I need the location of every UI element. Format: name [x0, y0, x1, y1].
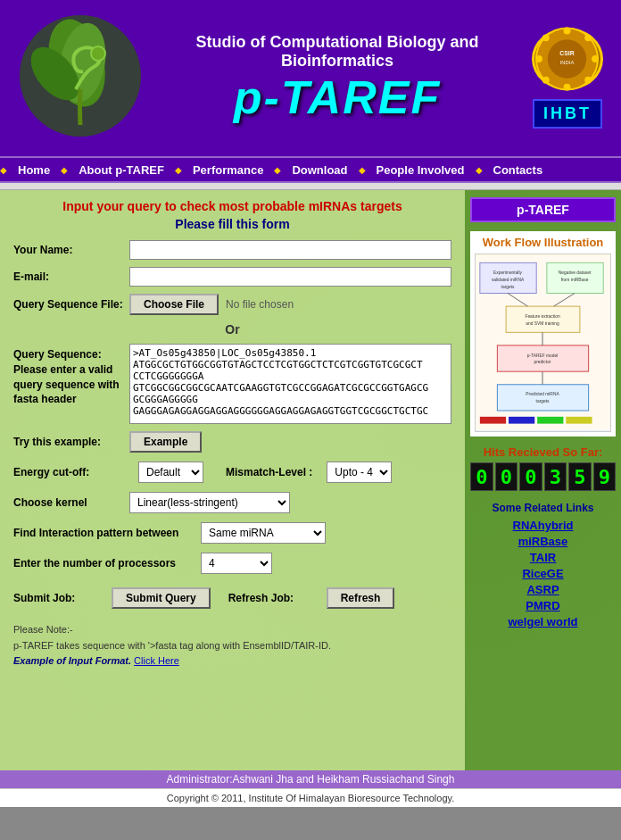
link-mirbase[interactable]: miRBase [518, 535, 568, 548]
svg-text:p-TAREF model: p-TAREF model [527, 353, 558, 357]
digit-2: 0 [519, 462, 542, 491]
email-label: E-mail: [13, 270, 129, 283]
logo-area [0, 0, 161, 156]
link-ricege[interactable]: RiceGE [522, 567, 563, 580]
processors-label: Enter the number of processors [13, 557, 201, 570]
link-pmrd[interactable]: PMRD [526, 599, 559, 612]
your-name-row: Your Name: [13, 240, 451, 260]
nav-item-home[interactable]: Home [7, 163, 61, 177]
energy-select[interactable]: Default Low Medium High [138, 462, 203, 483]
header-brand: p-TAREF [234, 71, 442, 124]
query-file-label: Query Sequence File: [13, 298, 129, 311]
digit-1: 0 [495, 462, 518, 491]
hits-title: Hits Recieved So Far: [470, 445, 616, 459]
header-subtitle: Studio of Computational Biology and Bioi… [161, 33, 514, 71]
svg-text:from miRBase: from miRBase [561, 277, 589, 281]
email-input[interactable] [129, 267, 451, 287]
link-tair[interactable]: TAIR [530, 551, 556, 564]
note-example-text: Example of Input Format. [13, 655, 131, 666]
svg-rect-38 [566, 416, 592, 423]
mismatch-select[interactable]: Upto - 1 Upto - 2 Upto - 3 Upto - 4 Upto… [327, 462, 392, 483]
digit-0: 0 [470, 462, 493, 491]
submit-label: Submit Job: [13, 592, 94, 604]
svg-text:predictor: predictor [534, 360, 551, 364]
nav-item-about[interactable]: About p-TAREF [68, 163, 175, 177]
right-panel: p-TAREF Work Flow Illustration Experimen… [465, 190, 621, 770]
svg-point-11 [542, 34, 550, 41]
svg-text:and SVM training: and SVM training [526, 320, 559, 325]
svg-point-4 [91, 46, 105, 61]
csir-logo: CSIR INDIA [532, 28, 603, 90]
note-section: Please Note:- p-TAREF takes sequence wit… [13, 622, 451, 670]
your-name-input[interactable] [129, 240, 451, 260]
note-line1: Please Note:- [13, 622, 451, 638]
link-asrp[interactable]: ASRP [526, 583, 559, 596]
kernel-select[interactable]: Linear(less-stringent) RBF(stringent) Po… [129, 492, 290, 513]
footer-admin: Administrator:Ashwani Jha and Heikham Ru… [0, 770, 621, 788]
choose-file-button[interactable]: Choose File [129, 294, 219, 315]
main-content: Input your query to check most probable … [0, 190, 621, 770]
links-title: Some Related Links [492, 502, 593, 514]
nav-diamond-2: ◆ [175, 165, 182, 175]
refresh-label: Refresh Job: [228, 592, 309, 604]
svg-text:INDIA: INDIA [560, 59, 575, 64]
svg-line-28 [554, 293, 575, 306]
svg-text:targets: targets [501, 284, 515, 288]
query-seq-row: Query Sequence: Please enter a valid que… [13, 344, 451, 424]
workflow-box: Work Flow Illustration Experimentally va… [470, 231, 616, 437]
example-row: Try this example: Example [13, 431, 451, 453]
nav-diamond-5: ◆ [476, 165, 483, 175]
header-right-logos: CSIR INDIA IHBT [514, 28, 621, 129]
example-button[interactable]: Example [129, 431, 202, 453]
link-welgel[interactable]: welgel world [508, 615, 577, 628]
or-divider: Or [13, 322, 451, 337]
refresh-button[interactable]: Refresh [327, 587, 395, 609]
query-sequence-textarea[interactable]: >AT_Os05g43850|LOC_Os05g43850.1 ATGGCGCT… [129, 344, 451, 424]
svg-text:Predicted miRNA: Predicted miRNA [526, 392, 559, 396]
submit-query-button[interactable]: Submit Query [112, 587, 211, 609]
nav-item-download[interactable]: Download [281, 163, 358, 177]
svg-rect-37 [537, 416, 563, 423]
digit-4: 5 [568, 462, 592, 491]
your-name-label: Your Name: [13, 244, 129, 256]
svg-text:Negative dataset: Negative dataset [559, 270, 592, 275]
query-file-row: Query Sequence File: Choose File No file… [13, 294, 451, 315]
workflow-diagram: Experimentally validated miRNA targets N… [475, 254, 611, 432]
svg-point-10 [592, 55, 599, 62]
energy-label: Energy cut-off: [13, 466, 129, 478]
digit-5: 9 [593, 462, 617, 491]
mismatch-label: Mismatch-Level : [226, 466, 312, 478]
nav-diamond-4: ◆ [359, 165, 366, 175]
ptaref-badge: p-TAREF [470, 197, 616, 222]
digit-3: 3 [544, 462, 567, 491]
interaction-row: Find Interaction pattern between Same mi… [13, 522, 451, 544]
energy-mismatch-row: Energy cut-off: Default Low Medium High … [13, 462, 451, 483]
header-title-area: Studio of Computational Biology and Bioi… [161, 33, 514, 124]
svg-rect-29 [497, 345, 588, 370]
nav-bar: ◆ Home ◆ About p-TAREF ◆ Performance ◆ D… [0, 156, 621, 183]
nav-diamond-0: ◆ [0, 165, 7, 175]
link-rnahybrid[interactable]: RNAhybrid [513, 519, 574, 532]
hits-counter: 0 0 0 3 5 9 [470, 462, 616, 491]
interaction-select[interactable]: Same miRNA Different miRNA [201, 522, 326, 544]
form-panel: Input your query to check most probable … [0, 190, 465, 770]
nav-item-performance[interactable]: Performance [182, 163, 274, 177]
svg-text:Feature extraction: Feature extraction [525, 313, 559, 318]
nav-item-people[interactable]: People Involved [366, 163, 476, 177]
svg-point-7 [564, 27, 571, 34]
nav-item-contacts[interactable]: Contacts [483, 163, 554, 177]
workflow-title: Work Flow Illustration [475, 236, 611, 249]
submit-row: Submit Job: Submit Query Refresh Job: Re… [13, 587, 451, 609]
note-line2: p-TAREF takes sequence with '>fasta tag … [13, 638, 451, 654]
svg-text:validated miRNA: validated miRNA [492, 277, 525, 281]
kernel-row: Choose kernel Linear(less-stringent) RBF… [13, 492, 451, 513]
note-click-here-link[interactable]: Click Here [134, 655, 179, 666]
processors-select[interactable]: 1 2 4 8 [201, 553, 272, 574]
try-example-label: Try this example: [13, 436, 129, 448]
kernel-label: Choose kernel [13, 496, 129, 509]
svg-point-8 [564, 83, 571, 90]
nav-diamond-1: ◆ [61, 165, 68, 175]
sub-nav-bar [0, 183, 621, 190]
interaction-label: Find Interaction pattern between [13, 527, 201, 539]
svg-rect-36 [509, 416, 534, 423]
